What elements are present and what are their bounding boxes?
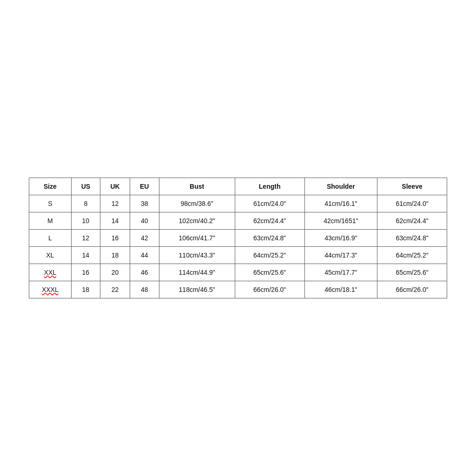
cell-sleeve: 62cm/24.4" xyxy=(377,212,447,230)
cell-size: XXXL xyxy=(29,281,72,298)
cell-shoulder: 43cm/16.9" xyxy=(304,230,377,247)
cell-eu: 48 xyxy=(130,281,159,298)
header-size: Size xyxy=(29,178,72,195)
header-length: Length xyxy=(235,178,304,195)
table-row: S8123898cm/38.6"61cm/24.0"41cm/16.1"61cm… xyxy=(29,195,447,212)
header-shoulder: Shoulder xyxy=(304,178,377,195)
cell-shoulder: 42cm/1651" xyxy=(304,212,377,230)
cell-bust: 110cm/43.3" xyxy=(159,247,235,264)
cell-length: 66cm/26.0" xyxy=(235,281,304,298)
header-uk: UK xyxy=(100,178,130,195)
cell-bust: 102cm/40.2" xyxy=(159,212,235,230)
cell-shoulder: 41cm/16.1" xyxy=(304,195,377,212)
cell-bust: 106cm/41.7" xyxy=(159,230,235,247)
cell-eu: 40 xyxy=(130,212,159,230)
cell-bust: 118cm/46.5" xyxy=(159,281,235,298)
cell-uk: 20 xyxy=(100,264,130,281)
cell-uk: 22 xyxy=(100,281,130,298)
cell-length: 65cm/25.6" xyxy=(235,264,304,281)
table-row: XXL162046114cm/44.9"65cm/25.6"45cm/17.7"… xyxy=(29,264,447,281)
cell-eu: 38 xyxy=(130,195,159,212)
cell-uk: 16 xyxy=(100,230,130,247)
table-header-row: Size US UK EU Bust Length Shoulder Sleev… xyxy=(29,178,447,195)
cell-size: L xyxy=(29,230,72,247)
cell-us: 8 xyxy=(71,195,100,212)
cell-uk: 14 xyxy=(100,212,130,230)
cell-eu: 42 xyxy=(130,230,159,247)
size-chart-table: Size US UK EU Bust Length Shoulder Sleev… xyxy=(29,178,447,298)
cell-us: 10 xyxy=(71,212,100,230)
table-row: M101440102cm/40.2"62cm/24.4"42cm/1651"62… xyxy=(29,212,447,230)
cell-size: XXL xyxy=(29,264,72,281)
cell-sleeve: 63cm/24.8" xyxy=(377,230,447,247)
cell-length: 63cm/24.8" xyxy=(235,230,304,247)
cell-sleeve: 65cm/25.6" xyxy=(377,264,447,281)
cell-eu: 46 xyxy=(130,264,159,281)
cell-length: 62cm/24.4" xyxy=(235,212,304,230)
size-chart-container: Size US UK EU Bust Length Shoulder Sleev… xyxy=(29,178,447,298)
cell-shoulder: 45cm/17.7" xyxy=(304,264,377,281)
cell-us: 16 xyxy=(71,264,100,281)
cell-sleeve: 64cm/25.2" xyxy=(377,247,447,264)
cell-eu: 44 xyxy=(130,247,159,264)
header-bust: Bust xyxy=(159,178,235,195)
cell-size: S xyxy=(29,195,72,212)
cell-length: 64cm/25.2" xyxy=(235,247,304,264)
cell-size: XL xyxy=(29,247,72,264)
cell-length: 61cm/24.0" xyxy=(235,195,304,212)
header-eu: EU xyxy=(130,178,159,195)
cell-us: 18 xyxy=(71,281,100,298)
cell-shoulder: 46cm/18.1" xyxy=(304,281,377,298)
cell-uk: 12 xyxy=(100,195,130,212)
cell-size: M xyxy=(29,212,72,230)
cell-bust: 114cm/44.9" xyxy=(159,264,235,281)
table-row: XL141844110cm/43.3"64cm/25.2"44cm/17.3"6… xyxy=(29,247,447,264)
cell-us: 14 xyxy=(71,247,100,264)
cell-uk: 18 xyxy=(100,247,130,264)
header-sleeve: Sleeve xyxy=(377,178,447,195)
cell-us: 12 xyxy=(71,230,100,247)
table-row: XXXL182248118cm/46.5"66cm/26.0"46cm/18.1… xyxy=(29,281,447,298)
table-row: L121642106cm/41.7"63cm/24.8"43cm/16.9"63… xyxy=(29,230,447,247)
cell-sleeve: 66cm/26.0" xyxy=(377,281,447,298)
header-us: US xyxy=(71,178,100,195)
cell-sleeve: 61cm/24.0" xyxy=(377,195,447,212)
cell-bust: 98cm/38.6" xyxy=(159,195,235,212)
cell-shoulder: 44cm/17.3" xyxy=(304,247,377,264)
